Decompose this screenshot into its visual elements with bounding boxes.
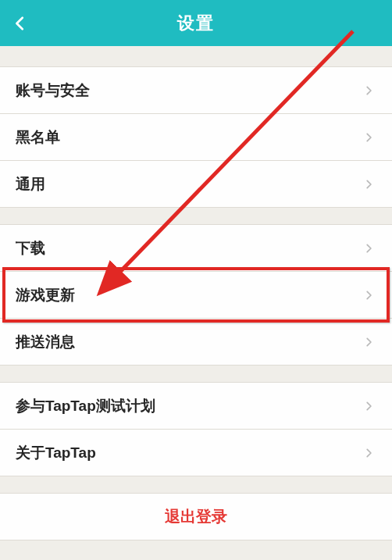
row-join-beta[interactable]: 参与TapTap测试计划 [0,382,392,430]
section-gap [0,476,392,493]
chevron-right-icon [361,287,376,303]
row-game-update[interactable]: 游戏更新 [0,271,392,319]
chevron-right-icon [361,130,376,145]
row-account-security[interactable]: 账号与安全 [0,66,392,114]
title-bar: 设置 [0,0,392,46]
row-general[interactable]: 通用 [0,160,392,208]
section-gap [0,365,392,382]
chevron-right-icon [361,241,376,256]
chevron-right-icon [361,398,376,414]
chevron-right-icon [361,83,376,98]
row-label: 账号与安全 [16,80,90,101]
chevron-right-icon [361,334,376,350]
row-label: 黑名单 [16,127,60,148]
row-logout[interactable]: 退出登录 [0,493,392,540]
row-push-messages[interactable]: 推送消息 [0,318,392,366]
row-download[interactable]: 下载 [0,224,392,272]
page-title: 设置 [177,12,215,35]
row-label: 推送消息 [16,332,75,352]
logout-label: 退出登录 [165,506,227,527]
row-label: 关于TapTap [16,443,96,463]
back-button[interactable] [9,12,31,34]
row-label: 参与TapTap测试计划 [16,396,155,416]
row-label: 通用 [16,174,45,194]
section-gap [0,207,392,224]
row-about-taptap[interactable]: 关于TapTap [0,429,392,476]
chevron-left-icon [12,15,29,32]
row-blacklist[interactable]: 黑名单 [0,113,392,161]
chevron-right-icon [361,177,376,192]
chevron-right-icon [361,445,376,461]
section-gap [0,46,392,66]
row-label: 下载 [16,238,45,259]
row-label: 游戏更新 [16,285,75,305]
